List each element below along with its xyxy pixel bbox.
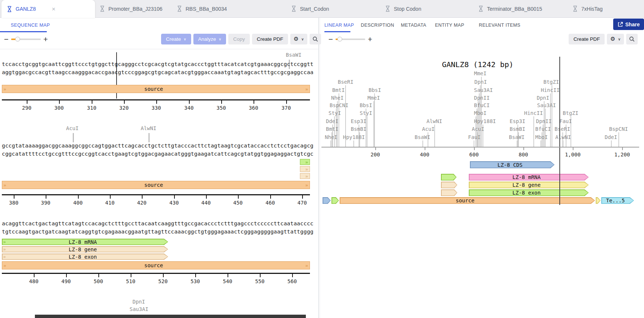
enzyme-label-hpy188i[interactable]: Hpy188I [474, 118, 496, 124]
feature-lz-8-mrna[interactable]: LZ-8 mRNA» [2, 239, 168, 245]
enzyme-label-esp3i[interactable]: Esp3I [510, 118, 525, 124]
enzyme-label-ddei[interactable]: DdeI [326, 118, 339, 124]
sequence-row[interactable]: cggcatattttcctgccgtttccgccggtcacctgaagtc… [2, 150, 314, 157]
feature-green-fragment[interactable] [441, 174, 457, 180]
document-tab-terminator_bba_b0015[interactable]: Terminator_BBa_B0015 [478, 0, 542, 17]
settings-button[interactable]: ⚙∨ [607, 34, 624, 44]
zoom-out-button[interactable]: − [3, 35, 10, 43]
tab-entity-map[interactable]: ENTITY MAP [435, 23, 464, 28]
close-icon[interactable]: × [52, 6, 55, 12]
enzyme-label-mmei[interactable]: MmeI [474, 70, 487, 76]
enzyme-label-acui[interactable]: AcuI [66, 125, 79, 131]
enzyme-label-mboi[interactable]: MboI [535, 134, 548, 140]
enzyme-label-bmti[interactable]: BmtI [332, 87, 345, 93]
feature-lz-8-mrna[interactable]: LZ-8 mRNA [469, 174, 589, 180]
enzyme-label-hincii[interactable]: HincII [524, 110, 543, 116]
sequence-row[interactable]: gccgtataaaaggacggcaaaggcggccagtggacttcag… [2, 142, 314, 149]
enzyme-label-bbsi[interactable]: BbsI [369, 87, 381, 93]
enzyme-label-dpni[interactable]: DpnI [474, 79, 487, 85]
search-button[interactable] [626, 34, 638, 44]
enzyme-label-sau3ai[interactable]: Sau3AI [474, 87, 493, 93]
copy-button[interactable]: Copy [228, 34, 250, 44]
enzyme-label-hpy188i[interactable]: Hpy188I [343, 134, 365, 140]
enzyme-label-ddei[interactable]: DdeI [605, 134, 617, 140]
enzyme-label-bsawi[interactable]: BsaWI [286, 52, 301, 58]
create-pdf-button[interactable]: Create PDF [569, 34, 605, 44]
settings-button[interactable]: ⚙∨ [290, 34, 307, 44]
enzyme-label-faui[interactable]: FauI [468, 134, 481, 140]
feature-blue-fragment[interactable] [323, 197, 331, 204]
enzyme-label-sau3ai[interactable]: Sau3AI [130, 306, 148, 312]
tab-metadata[interactable]: METADATA [401, 23, 426, 28]
create-pdf-button[interactable]: Create PDF [252, 34, 288, 44]
enzyme-label-nhei[interactable]: NheI [325, 134, 337, 140]
feature-lz-8-exon[interactable]: LZ-8 exon [469, 189, 589, 196]
zoom-in-button[interactable]: + [367, 35, 373, 43]
enzyme-label-mboi[interactable]: MboI [474, 110, 487, 116]
share-button[interactable]: Share [613, 19, 644, 30]
document-tab-start_codon[interactable]: Start_Codon [291, 0, 329, 17]
sequence-row[interactable]: tccacctgcggtgcaattcggttccctgtggcttgcaggg… [2, 61, 314, 67]
feature-lz-8-cds[interactable]: LZ-8 CDS [470, 161, 555, 168]
tab-relevant-items[interactable]: RELEVANT ITEMS [479, 23, 520, 28]
feature-source[interactable]: source»» [2, 261, 310, 269]
enzyme-label-bsmbi[interactable]: BsmBI [351, 126, 366, 132]
document-tab-ganlz8[interactable]: GANLZ8× [1, 0, 95, 18]
enzyme-label-styi[interactable]: StyI [328, 110, 341, 116]
enzyme-label-bsmbi[interactable]: BsmBI [510, 126, 525, 132]
enzyme-label-dpni[interactable]: DpnI [133, 299, 145, 305]
map-caret[interactable] [559, 57, 560, 205]
zoom-slider[interactable] [11, 37, 41, 42]
feature-lz-8-gene[interactable]: LZ-8 gene [469, 182, 589, 188]
enzyme-label-bmti[interactable]: BmtI [326, 126, 339, 132]
enzyme-label-alwni[interactable]: AlwNI [555, 134, 571, 140]
feature-tan-fragment[interactable] [441, 189, 457, 196]
enzyme-label-esp3i[interactable]: Esp3I [351, 118, 366, 124]
create-button[interactable]: Create∨ [161, 34, 191, 44]
enzyme-label-faui[interactable]: FauI [559, 118, 572, 124]
document-tab-stop codon[interactable]: Stop Codon [385, 0, 421, 17]
enzyme-label-bsawi[interactable]: BsaWI [509, 134, 524, 140]
enzyme-label-bspcni[interactable]: BspCNI [609, 126, 628, 132]
zoom-out-button[interactable]: − [327, 35, 334, 43]
tab-description[interactable]: DESCRIPTION [361, 23, 394, 28]
zoom-slider[interactable] [336, 37, 365, 42]
feature-te-5[interactable]: Te...5 [601, 197, 634, 204]
enzyme-label-acui[interactable]: AcuI [472, 126, 484, 132]
enzyme-label-bbsi[interactable]: BbsI [360, 102, 372, 108]
feature-tan-fragment[interactable]: » [300, 173, 310, 179]
enzyme-label-btgzi[interactable]: BtgZI [543, 79, 559, 85]
panel-divider[interactable] [318, 18, 319, 318]
search-button[interactable] [310, 34, 321, 44]
enzyme-label-nhei[interactable]: NheI [331, 95, 344, 101]
feature-source[interactable]: source [340, 197, 595, 204]
feature-tan-fragment[interactable] [441, 182, 457, 188]
feature-tan-fragment[interactable]: » [300, 166, 310, 172]
document-tab-rbs_bba_b0034[interactable]: RBS_BBa_B0034 [177, 0, 227, 17]
enzyme-label-sau3ai[interactable]: Sau3AI [537, 102, 556, 108]
enzyme-label-alwni[interactable]: AlwNI [141, 125, 156, 131]
zoom-in-button[interactable]: + [42, 35, 49, 43]
feature-lz-8-exon[interactable]: LZ-8 exon» [2, 254, 168, 260]
document-tab-promoter_bba_j23106[interactable]: Promoter_BBa_J23106 [99, 0, 163, 17]
feature-yellow-fragment[interactable] [596, 197, 601, 204]
sequence-row[interactable]: aggtggacgccacgttaagccaagggacaccgaacgtccc… [2, 69, 314, 75]
enzyme-label-bfuci[interactable]: BfuCI [535, 126, 551, 132]
enzyme-label-styi[interactable]: StyI [360, 110, 372, 116]
feature-source[interactable]: source»» [2, 181, 310, 189]
sequence-row[interactable]: acaggttcactgactagttcatagtccacagctctttgcc… [2, 220, 314, 226]
enzyme-label-dpnii[interactable]: DpnII [536, 118, 552, 124]
enzyme-label-bseri[interactable]: BseRI [338, 79, 353, 85]
enzyme-label-hincii[interactable]: HincII [541, 87, 560, 93]
document-tab-7xhistag[interactable]: 7xHisTag [572, 0, 603, 17]
enzyme-label-btgzi[interactable]: BtgZI [563, 110, 578, 116]
enzyme-label-acui[interactable]: AcuI [422, 126, 435, 132]
feature-source[interactable]: source»» [2, 85, 310, 93]
feature-green-fragment[interactable] [331, 197, 339, 204]
enzyme-label-bfuci[interactable]: BfuCI [474, 102, 490, 108]
enzyme-label-mmei[interactable]: MmeI [367, 95, 380, 101]
tab-linear-map[interactable]: LINEAR MAP [324, 23, 354, 28]
enzyme-label-bspcni[interactable]: BspCNI [330, 102, 349, 108]
sequence-row[interactable]: tgtccaagtgactgatcaagtatcaggtgtcgagaaacgg… [2, 228, 314, 235]
enzyme-label-dpnii[interactable]: DpnII [474, 95, 490, 101]
